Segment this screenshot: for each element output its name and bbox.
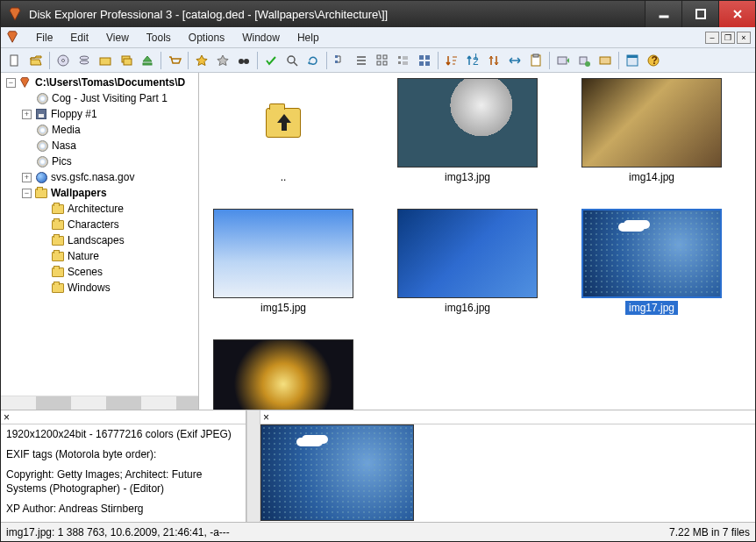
tool-sort1-icon[interactable] (442, 51, 461, 70)
menu-window[interactable]: Window (233, 29, 289, 46)
tree-item[interactable]: Scenes (3, 264, 196, 280)
tree-item-label: Nasa (52, 139, 76, 152)
close-button[interactable] (718, 1, 755, 27)
thumbnail-caption: img17.jpg (625, 301, 678, 315)
thumbnail[interactable]: img17.jpg (573, 209, 731, 315)
svg-rect-7 (100, 58, 111, 65)
expand-toggle[interactable]: − (6, 78, 16, 88)
mdi-restore-button[interactable]: ❐ (721, 32, 735, 44)
menu-edit[interactable]: Edit (61, 29, 97, 46)
app-logo-icon (8, 6, 24, 22)
tool-help-icon[interactable]: ? (644, 51, 663, 70)
menu-help[interactable]: Help (289, 29, 328, 46)
expand-toggle[interactable]: − (22, 189, 32, 198)
folder-icon (51, 202, 65, 216)
toolbar: 12 ? (1, 48, 755, 73)
tool-zoom-icon[interactable] (282, 51, 302, 70)
lower-panes: × 1920x1200x24bit - 16777216 colors (Exi… (1, 410, 755, 522)
tree-item[interactable]: Media (3, 122, 196, 138)
titlebar[interactable]: Disk Explorer Professional 3 - [catalog.… (1, 1, 755, 27)
tool-folder-icon[interactable] (96, 51, 115, 70)
tree-item[interactable]: −Wallpapers (3, 185, 196, 201)
info-pane: × 1920x1200x24bit - 16777216 colors (Exi… (1, 410, 246, 522)
tool-clip-icon[interactable] (526, 51, 546, 70)
svg-rect-2 (11, 55, 18, 66)
preview-image[interactable] (260, 424, 414, 521)
folder-icon (51, 218, 65, 232)
maximize-button[interactable] (681, 1, 718, 27)
tool-disk-icon[interactable] (53, 51, 73, 70)
tool-refresh-icon[interactable] (303, 51, 323, 70)
expand-toggle[interactable]: + (22, 110, 32, 119)
tool-action2-icon[interactable] (574, 51, 594, 70)
tree-item[interactable]: Architecture (3, 201, 196, 217)
mdi-minimize-button[interactable]: – (705, 32, 719, 44)
tree-item[interactable]: Characters (3, 217, 196, 232)
tree-root[interactable]: − C:\Users\Tomas\Documents\D (3, 75, 196, 90)
thumbnail-view[interactable]: ..img13.jpgimg14.jpgimg15.jpgimg16.jpgim… (199, 73, 755, 410)
tree-item[interactable]: +svs.gsfc.nasa.gov (3, 169, 196, 185)
menu-file[interactable]: File (27, 29, 61, 46)
tree-item-label: Floppy #1 (51, 108, 97, 120)
tool-eject-icon[interactable] (138, 51, 157, 70)
info-close-icon[interactable]: × (4, 411, 10, 424)
up-folder[interactable]: .. (204, 78, 362, 184)
tool-action1-icon[interactable] (553, 51, 573, 70)
menu-tools[interactable]: Tools (138, 29, 180, 46)
thumbnail[interactable]: img13.jpg (389, 78, 546, 184)
tree-hscrollbar[interactable] (1, 396, 198, 410)
tool-folders-icon[interactable] (117, 51, 136, 70)
tool-check-icon[interactable] (261, 51, 281, 70)
tool-window-icon[interactable] (623, 51, 642, 70)
tool-grid-icon[interactable] (373, 51, 392, 70)
tool-action3-icon[interactable] (596, 51, 615, 70)
svg-point-11 (239, 59, 244, 64)
thumbnail[interactable]: img15.jpg (204, 209, 362, 315)
menu-view[interactable]: View (97, 29, 138, 46)
svg-rect-20 (398, 56, 401, 59)
svg-point-6 (80, 61, 89, 64)
thumbnail[interactable]: img16.jpg (389, 209, 546, 315)
tool-star2-icon[interactable] (213, 51, 232, 70)
tool-list-icon[interactable] (352, 51, 371, 70)
window-controls (645, 1, 755, 27)
tree-item[interactable]: Nasa (3, 138, 196, 153)
tree-item[interactable]: Windows (3, 280, 196, 296)
tool-cart-icon[interactable] (165, 51, 184, 70)
tree-item[interactable]: +Floppy #1 (3, 106, 196, 122)
thumbnail-caption: .. (277, 170, 290, 184)
expand-toggle[interactable]: + (22, 173, 32, 182)
tree-item-label: Windows (68, 282, 111, 294)
thumbnail[interactable]: img14.jpg (573, 78, 731, 184)
tree-item[interactable]: Cog - Just Visiting Part 1 (3, 90, 196, 106)
tool-disks-icon[interactable] (75, 51, 94, 70)
tree-item[interactable]: Nature (3, 248, 196, 264)
tree-item-label: Characters (68, 218, 119, 231)
menu-options[interactable]: Options (180, 29, 233, 46)
tool-details-icon[interactable] (394, 51, 413, 70)
preview-close-icon[interactable]: × (263, 411, 269, 424)
catalog-icon (18, 75, 32, 89)
tool-new-icon[interactable] (5, 51, 25, 70)
tree-item-label: Scenes (68, 266, 103, 278)
tree-item[interactable]: Pics (3, 153, 196, 169)
tool-width-icon[interactable] (505, 51, 524, 70)
tool-sort2-icon[interactable]: 12 (463, 51, 482, 70)
tree-item-label: Media (52, 124, 81, 136)
cd-icon (35, 139, 49, 153)
folder-icon (51, 265, 65, 279)
tool-binoculars-icon[interactable] (234, 51, 253, 70)
svg-text:2: 2 (473, 55, 479, 68)
svg-rect-24 (419, 61, 424, 66)
minimize-button[interactable] (645, 1, 681, 27)
tool-tree-icon[interactable] (331, 51, 350, 70)
tree-view[interactable]: − C:\Users\Tomas\Documents\D Cog - Just … (1, 73, 198, 396)
mdi-close-button[interactable]: × (737, 32, 751, 44)
tool-sort3-icon[interactable] (484, 51, 503, 70)
thumbnail[interactable] (204, 339, 362, 410)
info-vscrollbar[interactable] (246, 410, 260, 522)
tool-star-icon[interactable] (192, 51, 211, 70)
tool-thumbs-icon[interactable] (415, 51, 434, 70)
tree-item[interactable]: Landscapes (3, 232, 196, 248)
tool-open-icon[interactable] (26, 51, 46, 70)
